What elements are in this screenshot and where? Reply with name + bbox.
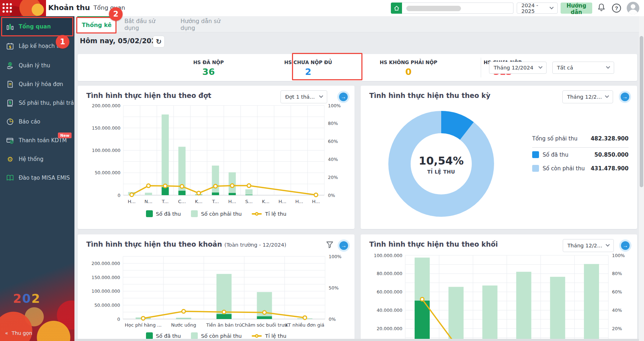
- svg-text:N...: N...: [145, 199, 152, 204]
- chevron-down-icon: [549, 5, 553, 9]
- svg-text:H...: H...: [295, 199, 303, 204]
- chart-panel-thu-theo-ky: Tình hình thực hiện thu theo kỳ Tháng 12…: [361, 86, 637, 229]
- svg-text:0: 0: [117, 317, 120, 322]
- chevron-down-icon: [606, 65, 610, 69]
- svg-text:20%: 20%: [612, 326, 622, 331]
- calendar-money-icon: $: [6, 42, 14, 50]
- svg-text:H...: H...: [228, 199, 236, 204]
- svg-text:60.000.000: 60.000.000: [376, 289, 402, 295]
- combo-chart-thu-theo-khoi: 020.000.00040.000.00060.000.00080.000.00…: [361, 234, 637, 341]
- svg-text:H...: H...: [312, 199, 320, 204]
- help-button[interactable]: ?: [612, 4, 621, 13]
- tab-label: Bắt đầu sử dụng: [124, 18, 171, 31]
- home-icon: [393, 5, 400, 12]
- svg-text:0: 0: [118, 193, 120, 198]
- scope-filter-value: Tất cả: [557, 65, 573, 71]
- sidebar: Tổng quan $ Lập kế hoạch thu $ Quản lý t…: [0, 16, 74, 341]
- svg-text:80%: 80%: [328, 121, 338, 126]
- stats-panel: HS ĐÃ NỘP 36 HS CHƯA NỘP ĐỦ 2 HS KHÔNG P…: [78, 54, 637, 81]
- sidebar-item-lap-ke-hoach-thu[interactable]: $ Lập kế hoạch thu: [0, 37, 74, 55]
- legend-label: Số còn phải thu: [201, 211, 242, 217]
- legend-label: Số còn phải thu: [543, 165, 585, 172]
- invoice-icon: [6, 80, 14, 88]
- collapse-chevron-icon: «: [5, 330, 8, 336]
- svg-text:80%: 80%: [612, 271, 622, 276]
- sidebar-item-label: Hệ thống: [19, 156, 44, 162]
- stat-value: 36: [162, 67, 255, 77]
- breadcrumb: Tổng quan: [93, 4, 125, 11]
- avatar[interactable]: [627, 2, 639, 14]
- legend-line-marker: [252, 212, 262, 216]
- svg-text:50.000.000: 50.000.000: [95, 170, 120, 175]
- sidebar-item-quan-ly-hoa-don[interactable]: Quản lý hóa đơn: [0, 75, 74, 93]
- svg-text:KT nhiều đơn giá: KT nhiều đơn giá: [286, 322, 324, 328]
- tab-bat-dau-su-dung[interactable]: Bắt đầu sử dụng: [124, 16, 171, 32]
- legend-label: Số còn phải thu: [201, 333, 242, 339]
- sidebar-item-label: Quản lý thu: [19, 62, 50, 69]
- chevron-down-icon: [538, 65, 542, 69]
- guide-button[interactable]: Hướng dẫn: [561, 3, 592, 14]
- sidebar-item-dao-tao-misa-emis[interactable]: Đào tạo MISA EMIS: [0, 169, 74, 187]
- chart-legend: Số đã thu Số còn phải thu Tỉ lệ thu: [78, 332, 355, 339]
- combo-chart-thu-theo-dot: 050.000.000100.000.000150.000.000200.000…: [78, 86, 355, 229]
- stat-hs-chua-nop-du: HS CHƯA NỘP ĐỦ 2: [261, 54, 355, 77]
- stat-value: 2: [261, 67, 355, 77]
- sidebar-item-so-phai-thu-phai-tra[interactable]: $ Số phải thu, phải trả: [0, 94, 74, 112]
- scrollbar[interactable]: [639, 16, 644, 341]
- scope-filter-select[interactable]: Tất cả: [552, 62, 614, 74]
- today-label: Hôm nay, 05/02/2025: [80, 37, 161, 45]
- school-year-select[interactable]: 2024 - 2025: [517, 3, 558, 14]
- sidebar-item-label: Lập kế hoạch thu: [19, 43, 65, 49]
- sidebar-item-bao-cao[interactable]: Báo cáo: [0, 112, 74, 131]
- book-icon: [6, 174, 14, 182]
- page-title: Khoản thu: [48, 3, 90, 12]
- sidebar-item-quan-ly-thu[interactable]: $ Quản lý thu: [0, 56, 74, 75]
- stat-label: HS ĐÃ NỘP: [162, 59, 255, 65]
- misa-emis-dashboard: Khoản thu Tổng quan 2024 - 2025 Hướng dẫ…: [0, 0, 644, 341]
- notifications-button[interactable]: [597, 3, 606, 14]
- legend-value: 431.478.900: [591, 165, 629, 172]
- sidebar-item-label: Báo cáo: [19, 118, 40, 125]
- app-launcher-icon[interactable]: [3, 3, 12, 13]
- svg-text:80.000.000: 80.000.000: [376, 271, 402, 276]
- sidebar-item-label: Quản lý hóa đơn: [19, 81, 63, 88]
- card-check-icon: [6, 136, 14, 144]
- month-filter-value: Tháng 12/2024: [494, 65, 533, 71]
- sidebar-item-tong-quan[interactable]: Tổng quan: [0, 17, 74, 36]
- pie-chart-icon: [6, 118, 14, 126]
- sidebar-collapse-button[interactable]: « Thu gọn: [0, 330, 74, 336]
- svg-text:150.000.000: 150.000.000: [91, 275, 120, 280]
- svg-text:H...: H...: [279, 199, 287, 204]
- legend-swatch-con-phai-thu: [191, 210, 198, 217]
- refresh-button[interactable]: ↻: [153, 36, 165, 48]
- sidebar-item-label: Tổng quan: [19, 23, 51, 30]
- svg-text:Chăm sóc buổi trưa: Chăm sóc buổi trưa: [242, 322, 287, 328]
- svg-text:Nước uống: Nước uống: [171, 322, 196, 328]
- legend-label: Tỉ lệ thu: [265, 211, 286, 217]
- tab-thong-ke[interactable]: Thống kê: [77, 16, 116, 32]
- svg-text:C...: C...: [178, 199, 186, 204]
- svg-text:0%: 0%: [328, 193, 335, 198]
- month-filter-select[interactable]: Tháng 12/2024: [489, 62, 547, 74]
- svg-text:100.000.000: 100.000.000: [374, 253, 402, 258]
- legend-label: Số đã thu: [156, 333, 181, 339]
- legend-swatch-da-thu: [146, 210, 153, 217]
- svg-text:40.000.000: 40.000.000: [376, 308, 402, 313]
- school-search-input[interactable]: [402, 3, 513, 14]
- tab-huong-dan-su-dung[interactable]: Hướng dẫn sử dụng: [181, 16, 233, 32]
- svg-text:K...: K...: [195, 199, 202, 204]
- svg-text:100%: 100%: [329, 254, 342, 259]
- home-button[interactable]: [391, 3, 402, 14]
- collapse-label: Thu gọn: [12, 330, 32, 336]
- svg-text:$: $: [9, 63, 11, 66]
- legend-row-con-phai-thu: Số còn phải thu 431.478.900: [532, 165, 629, 172]
- gear-icon: ⚙: [6, 155, 14, 163]
- sidebar-item-he-thong[interactable]: ⚙ Hệ thống: [0, 150, 74, 168]
- chart-panel-thu-theo-khoi: Tình hình thực hiện thu theo khối Tháng …: [361, 234, 637, 341]
- svg-text:T...: T...: [212, 199, 219, 204]
- svg-text:H...: H...: [128, 199, 136, 204]
- sidebar-item-thanh-toan-kdtm[interactable]: Thanh toán KDTM New: [0, 131, 74, 149]
- bell-icon: [597, 3, 606, 13]
- scrollbar-thumb[interactable]: [640, 36, 643, 187]
- svg-text:60%: 60%: [612, 289, 622, 295]
